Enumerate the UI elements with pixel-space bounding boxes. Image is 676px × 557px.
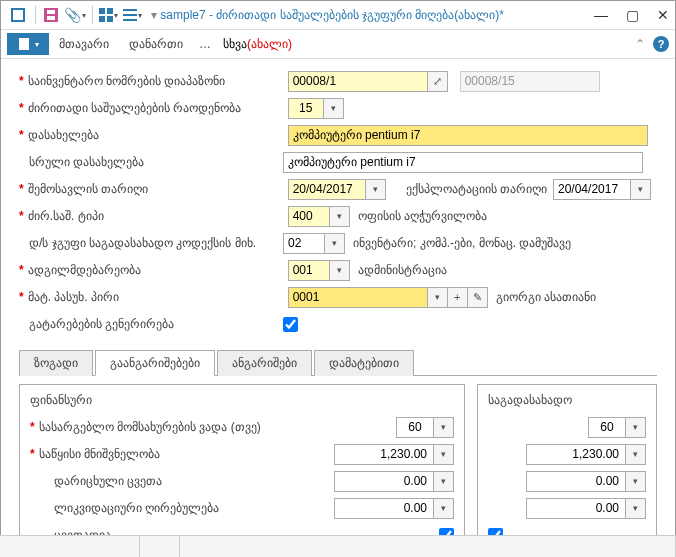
person-input[interactable]	[288, 287, 428, 308]
svg-rect-3	[47, 16, 55, 20]
menubar: ▾ მთავარი დანართი … სხვა(ახალი) ⌃ ?	[1, 29, 675, 59]
list-icon[interactable]: ▾	[121, 4, 143, 26]
app-icon[interactable]	[7, 4, 29, 26]
svg-rect-6	[99, 16, 105, 22]
person-add[interactable]: +	[448, 287, 468, 308]
income-date-picker[interactable]: ▾	[366, 179, 386, 200]
label-initial-value: საწყისი მნიშვნელობა	[39, 447, 334, 461]
name-input[interactable]	[288, 125, 648, 146]
label-inv-range: საინვენტარო ნომრების დიაპაზონი	[28, 74, 288, 88]
gen-postings-checkbox[interactable]	[283, 317, 298, 332]
fin-liq-dd[interactable]: ▾	[434, 498, 454, 519]
inv-from-input[interactable]	[288, 71, 428, 92]
tab-general[interactable]: ზოგადი	[19, 350, 93, 376]
asset-type-text: ოფისის აღჭურვილობა	[358, 209, 487, 223]
fin-accdep-input[interactable]	[334, 471, 434, 492]
person-dropdown[interactable]: ▾	[428, 287, 448, 308]
save-icon[interactable]	[40, 4, 62, 26]
inv-to-input	[460, 71, 600, 92]
tax-title: საგადასახადო	[488, 393, 646, 407]
svg-rect-7	[107, 16, 113, 22]
tax-accdep-input[interactable]	[526, 471, 626, 492]
svg-rect-0	[12, 9, 24, 21]
label-name: დასახელება	[28, 128, 288, 142]
financial-fieldset: ფინანსური *სასარგებლო მომსახურების ვადა …	[19, 384, 465, 557]
tax-liq-input[interactable]	[526, 498, 626, 519]
minimize-button[interactable]: —	[594, 7, 608, 23]
location-text: ადმინისტრაცია	[358, 263, 447, 277]
svg-rect-8	[123, 9, 137, 11]
svg-rect-2	[47, 10, 55, 14]
tab-additional[interactable]: დამატებითი	[314, 350, 414, 376]
income-date-input[interactable]	[288, 179, 366, 200]
fin-title: ფინანსური	[30, 393, 454, 407]
fin-liq-input[interactable]	[334, 498, 434, 519]
qty-input[interactable]	[288, 98, 324, 119]
fin-months-dd[interactable]: ▾	[434, 417, 454, 438]
label-liq-value: ლიკვიდაციური ღირებულება	[40, 501, 334, 515]
fin-initial-input[interactable]	[334, 444, 434, 465]
tax-months-dd[interactable]: ▾	[626, 417, 646, 438]
window-title: ▾ sample7 - ძირითადი საშუალებების ჯგუფურ…	[151, 8, 594, 22]
tabstrip: ზოგადი გაანგარიშებები ანგარიშები დამატებ…	[19, 349, 657, 376]
label-asset-type: ძირ.საშ. ტიპი	[28, 209, 288, 223]
tax-months-input[interactable]	[588, 417, 626, 438]
menu-attach[interactable]: დანართი	[119, 33, 193, 55]
tax-group-text: ინვენტარი; კომპ.-ები, მონაც. დამუშავე	[353, 236, 571, 250]
exploit-date-picker[interactable]: ▾	[631, 179, 651, 200]
close-button[interactable]: ✕	[657, 7, 669, 23]
help-icon[interactable]: ?	[653, 36, 669, 52]
tax-initial-input[interactable]	[526, 444, 626, 465]
tax-accdep-dd[interactable]: ▾	[626, 471, 646, 492]
maximize-button[interactable]: ▢	[626, 7, 639, 23]
fin-accdep-dd[interactable]: ▾	[434, 471, 454, 492]
qty-dropdown[interactable]: ▾	[324, 98, 344, 119]
label-resp-person: მატ. პასუხ. პირი	[28, 290, 288, 304]
location-input[interactable]	[288, 260, 330, 281]
label-gen-postings: გატარებების გენერირება	[29, 317, 283, 331]
menu-other-new[interactable]: სხვა(ახალი)	[217, 33, 298, 55]
svg-rect-9	[123, 14, 137, 16]
tax-group-dropdown[interactable]: ▾	[325, 233, 345, 254]
exploit-date-input[interactable]	[553, 179, 631, 200]
label-acc-dep: დარიცხული ცვეთა	[40, 474, 334, 488]
person-text: გიორგი ასათიანი	[496, 290, 596, 304]
asset-type-dropdown[interactable]: ▾	[330, 206, 350, 227]
menu-main[interactable]: მთავარი	[49, 33, 119, 55]
fin-months-input[interactable]	[396, 417, 434, 438]
full-name-input[interactable]	[283, 152, 643, 173]
label-qty: ძირითადი საშუალებების რაოდენობა	[28, 101, 288, 115]
label-useful-life: სასარგებლო მომსახურების ვადა (თვე)	[39, 420, 396, 434]
grid-icon[interactable]: ▾	[97, 4, 119, 26]
label-location: ადგილმდებარეობა	[28, 263, 288, 277]
tax-fieldset: საგადასახადო ▾ ▾ ▾ ▾	[477, 384, 657, 557]
statusbar	[0, 535, 676, 557]
form-body: *საინვენტარო ნომრების დიაპაზონი ⤢ *ძირით…	[1, 59, 675, 343]
label-income-date: შემოსავლის თარიღი	[28, 182, 288, 196]
label-exploit-date: ექსპლოატაციის თარიღი	[406, 182, 547, 196]
fin-initial-dd[interactable]: ▾	[434, 444, 454, 465]
svg-rect-4	[99, 8, 105, 14]
menu-file[interactable]: ▾	[7, 33, 49, 55]
tax-group-input[interactable]	[283, 233, 325, 254]
svg-rect-11	[19, 38, 29, 50]
tax-initial-dd[interactable]: ▾	[626, 444, 646, 465]
tab-accounts[interactable]: ანგარიშები	[217, 350, 312, 376]
location-dropdown[interactable]: ▾	[330, 260, 350, 281]
attach-icon[interactable]: 📎▾	[64, 4, 86, 26]
person-edit[interactable]: ✎	[468, 287, 488, 308]
calc-panel: ფინანსური *სასარგებლო მომსახურების ვადა …	[19, 384, 657, 557]
tab-calculations[interactable]: გაანგარიშებები	[95, 350, 215, 376]
label-tax-group: დ/ს ჯგუფი საგადასახადო კოდექსის მიხ.	[29, 236, 283, 250]
menu-more[interactable]: …	[193, 33, 217, 55]
label-full-name: სრული დასახელება	[29, 155, 283, 169]
chevron-up-icon[interactable]: ⌃	[635, 37, 645, 51]
titlebar: 📎▾ ▾ ▾ ▾ sample7 - ძირითადი საშუალებების…	[1, 1, 675, 29]
tax-liq-dd[interactable]: ▾	[626, 498, 646, 519]
inv-from-lookup[interactable]: ⤢	[428, 71, 448, 92]
svg-rect-5	[107, 8, 113, 14]
asset-type-input[interactable]	[288, 206, 330, 227]
svg-rect-10	[123, 19, 137, 21]
